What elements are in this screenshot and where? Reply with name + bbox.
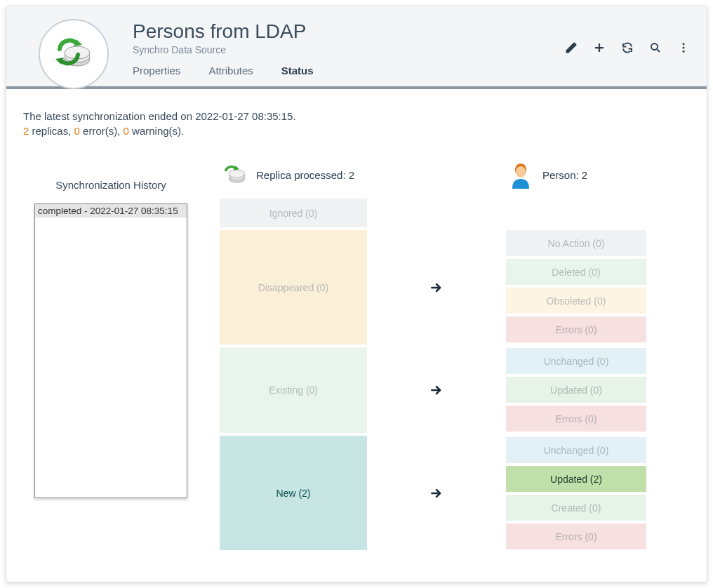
status-existing: Existing (0)	[220, 347, 367, 433]
outcome-obsoleted: Obsoleted (0)	[506, 288, 646, 314]
status-new: New (2)	[220, 436, 367, 550]
arrow-icon	[370, 436, 503, 550]
edit-icon[interactable]	[564, 40, 579, 55]
history-title: Synchronization History	[23, 179, 199, 191]
svg-point-7	[651, 44, 658, 50]
arrow-icon	[370, 230, 503, 345]
add-icon[interactable]	[592, 40, 607, 55]
search-icon[interactable]	[648, 40, 663, 55]
svg-point-10	[683, 47, 685, 49]
datasource-logo-icon	[39, 19, 109, 89]
sync-summary-counts: 2 replicas, 0 error(s), 0 warning(s).	[23, 125, 690, 137]
warnings-count: 0	[124, 125, 129, 137]
outcome-unchanged: Unchanged (0)	[506, 437, 646, 463]
errors-count: 0	[74, 125, 80, 137]
outcome-errors: Errors (0)	[506, 406, 646, 432]
status-ignored: Ignored (0)	[220, 199, 367, 227]
history-item[interactable]: completed - 2022-01-27 08:35:15	[35, 204, 187, 218]
status-disappeared: Disappeared (0)	[220, 230, 367, 345]
arrow-icon	[370, 347, 503, 433]
tab-status[interactable]: Status	[281, 65, 314, 81]
outcome-deleted: Deleted (0)	[506, 259, 646, 285]
tab-attributes[interactable]: Attributes	[208, 65, 253, 81]
more-icon[interactable]	[676, 40, 691, 55]
svg-line-8	[657, 49, 660, 52]
sync-summary-line: The latest synchronization ended on 2022…	[23, 110, 690, 122]
person-column-header: Person: 2	[506, 158, 646, 192]
replica-column-header: Replica processed: 2	[220, 158, 367, 192]
outcome-no-action: No Action (0)	[506, 230, 646, 256]
svg-point-16	[516, 166, 526, 178]
refresh-icon[interactable]	[620, 40, 635, 55]
svg-point-14	[229, 170, 244, 178]
outcome-unchanged: Unchanged (0)	[506, 348, 646, 374]
svg-point-9	[683, 43, 685, 45]
person-icon	[506, 160, 535, 189]
outcome-created: Created (0)	[506, 495, 646, 521]
tab-properties[interactable]: Properties	[133, 65, 180, 81]
outcome-errors: Errors (0)	[506, 316, 646, 342]
history-listbox[interactable]: completed - 2022-01-27 08:35:15	[34, 203, 187, 498]
svg-point-11	[683, 51, 685, 53]
header-band: Persons from LDAP Synchro Data Source Pr…	[6, 6, 707, 89]
outcome-errors: Errors (0)	[506, 523, 646, 549]
outcome-updated-active: Updated (2)	[506, 466, 646, 492]
outcome-updated: Updated (0)	[506, 377, 646, 403]
replica-icon	[220, 160, 249, 189]
